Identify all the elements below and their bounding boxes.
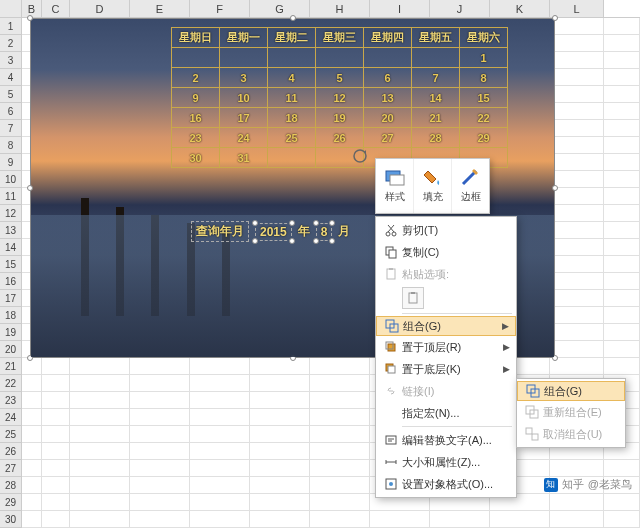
cell[interactable] [550, 358, 604, 375]
cell[interactable] [604, 460, 640, 477]
cell[interactable] [550, 239, 604, 256]
cell[interactable] [22, 358, 42, 375]
row-header[interactable]: 12 [0, 205, 22, 222]
rotation-handle[interactable] [352, 148, 368, 164]
cell[interactable] [22, 409, 42, 426]
cell[interactable] [190, 494, 250, 511]
row-header[interactable]: 6 [0, 103, 22, 120]
cell[interactable] [604, 307, 640, 324]
cell[interactable] [310, 426, 370, 443]
cell[interactable] [604, 69, 640, 86]
cell[interactable] [550, 171, 604, 188]
cell[interactable] [604, 205, 640, 222]
fill-button[interactable]: 填充 [414, 159, 452, 213]
cell[interactable] [604, 154, 640, 171]
col-header-i[interactable]: I [370, 0, 430, 17]
cell[interactable] [42, 477, 70, 494]
cell[interactable] [190, 477, 250, 494]
cell[interactable] [190, 426, 250, 443]
cell[interactable] [42, 409, 70, 426]
row-header[interactable]: 10 [0, 171, 22, 188]
cell[interactable] [190, 375, 250, 392]
cell[interactable] [250, 392, 310, 409]
cell[interactable] [550, 256, 604, 273]
cell[interactable] [550, 341, 604, 358]
cell[interactable] [550, 18, 604, 35]
cell[interactable] [310, 460, 370, 477]
row-header[interactable]: 18 [0, 307, 22, 324]
col-header-l[interactable]: L [550, 0, 604, 17]
cell[interactable] [604, 494, 640, 511]
cell[interactable] [604, 171, 640, 188]
col-header-d[interactable]: D [70, 0, 130, 17]
cell[interactable] [550, 86, 604, 103]
cell[interactable] [604, 341, 640, 358]
cell[interactable] [130, 392, 190, 409]
col-header-f[interactable]: F [190, 0, 250, 17]
cell[interactable] [550, 307, 604, 324]
menu-copy[interactable]: 复制(C) [376, 241, 516, 263]
cell[interactable] [70, 392, 130, 409]
paste-option-button[interactable] [402, 287, 424, 309]
cell[interactable] [310, 494, 370, 511]
cell[interactable] [310, 375, 370, 392]
col-header-b[interactable]: B [22, 0, 42, 17]
cell[interactable] [42, 375, 70, 392]
col-header-e[interactable]: E [130, 0, 190, 17]
cell[interactable] [604, 222, 640, 239]
col-header-g[interactable]: G [250, 0, 310, 17]
cell[interactable] [550, 35, 604, 52]
query-label-box[interactable]: 查询年月 [191, 221, 249, 242]
cell[interactable] [130, 477, 190, 494]
cell[interactable] [310, 358, 370, 375]
cell[interactable] [550, 188, 604, 205]
cell[interactable] [550, 273, 604, 290]
selection-handle[interactable] [290, 355, 296, 361]
row-header[interactable]: 23 [0, 392, 22, 409]
cell[interactable] [550, 324, 604, 341]
cell[interactable] [70, 409, 130, 426]
cell[interactable] [70, 477, 130, 494]
cell[interactable] [130, 375, 190, 392]
row-header[interactable]: 20 [0, 341, 22, 358]
cell[interactable] [130, 511, 190, 528]
border-button[interactable]: 边框 [452, 159, 489, 213]
cell[interactable] [22, 443, 42, 460]
cell[interactable] [130, 494, 190, 511]
cell[interactable] [310, 477, 370, 494]
row-header[interactable]: 29 [0, 494, 22, 511]
cell[interactable] [190, 443, 250, 460]
cell[interactable] [42, 392, 70, 409]
cell[interactable] [22, 511, 42, 528]
row-header[interactable]: 5 [0, 86, 22, 103]
col-header-c[interactable]: C [42, 0, 70, 17]
cell[interactable] [22, 477, 42, 494]
cell[interactable] [250, 375, 310, 392]
row-header[interactable]: 4 [0, 69, 22, 86]
menu-cut[interactable]: 剪切(T) [376, 219, 516, 241]
cell[interactable] [604, 290, 640, 307]
cell[interactable] [550, 222, 604, 239]
cell[interactable] [604, 188, 640, 205]
cell[interactable] [190, 409, 250, 426]
cell[interactable] [70, 375, 130, 392]
cell[interactable] [70, 358, 130, 375]
cell[interactable] [550, 154, 604, 171]
cell[interactable] [70, 460, 130, 477]
cell[interactable] [70, 426, 130, 443]
cell[interactable] [250, 426, 310, 443]
menu-size-props[interactable]: 大小和属性(Z)... [376, 451, 516, 473]
cell[interactable] [604, 86, 640, 103]
row-header[interactable]: 17 [0, 290, 22, 307]
menu-bring-front[interactable]: 置于顶层(R) ▶ [376, 336, 516, 358]
cell[interactable] [190, 392, 250, 409]
cell[interactable] [604, 52, 640, 69]
row-header[interactable]: 14 [0, 239, 22, 256]
cell[interactable] [550, 460, 604, 477]
cell[interactable] [310, 511, 370, 528]
row-header[interactable]: 30 [0, 511, 22, 528]
row-header[interactable]: 27 [0, 460, 22, 477]
cell[interactable] [604, 137, 640, 154]
cell[interactable] [42, 443, 70, 460]
cell[interactable] [42, 358, 70, 375]
